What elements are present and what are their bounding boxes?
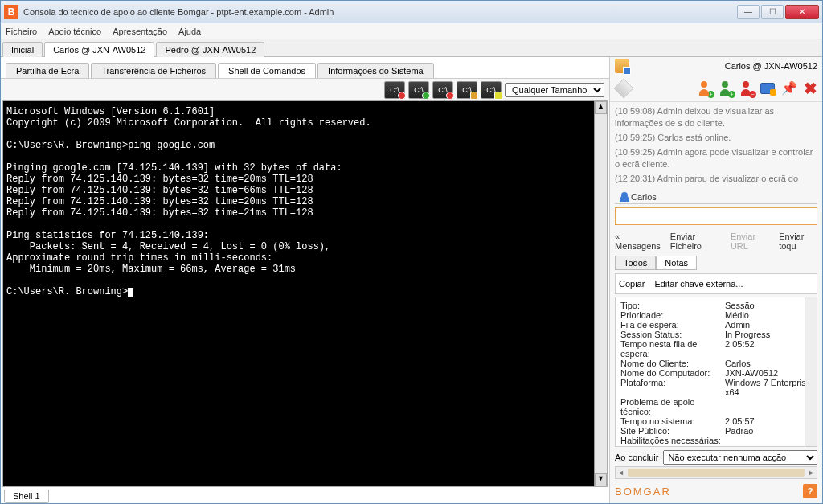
tab-inicial[interactable]: Inicial <box>2 42 43 57</box>
details-scrollbar[interactable] <box>805 297 817 446</box>
remote-desktop-icon[interactable] <box>760 83 775 94</box>
detail-key: Tipo: <box>620 301 725 310</box>
detail-value <box>725 436 812 445</box>
detail-row: Nome do Cliente:Carlos <box>620 359 812 368</box>
detail-key: Site Público: <box>620 426 725 436</box>
detail-row: Tipo:Sessão <box>620 301 812 310</box>
subtab-all[interactable]: Todos <box>615 256 656 270</box>
detail-key: Tempo no sistema: <box>620 416 725 426</box>
log-entry: (10:59:25) Admin agora pode visualizar e… <box>615 146 817 170</box>
detail-row: Nome do Computador:JXN-AW0512 <box>620 368 812 378</box>
shell-capture-icon[interactable]: C:\ <box>457 81 477 99</box>
detail-value: Admin <box>725 320 812 330</box>
terminal-scrollbar[interactable]: ▲▼ <box>594 101 607 486</box>
terminal-output[interactable]: Microsoft Windows [Version 6.1.7601] Cop… <box>3 101 594 486</box>
right-pane: Carlos @ JXN-AW0512 + + − 📌 ✖ (10:59:08)… <box>610 57 822 503</box>
maximize-button[interactable]: ☐ <box>761 5 784 19</box>
menu-presentation[interactable]: Apresentação <box>113 27 167 36</box>
log-entry: (12:20:31) Admin parou de visualizar o e… <box>615 173 817 187</box>
close-button[interactable]: ✕ <box>785 5 819 19</box>
tab-carlos[interactable]: Carlos @ JXN-AW0512 <box>44 42 154 57</box>
activity-log: (10:59:08) Admin deixou de visualizar as… <box>610 102 822 187</box>
chat-send-touch[interactable]: Enviar toqu <box>779 232 817 251</box>
left-pane: Partilha de Ecrã Transferência de Fichei… <box>1 57 610 503</box>
h-scrollbar[interactable]: ◄► <box>615 466 817 479</box>
detail-key: Fila de espera: <box>620 320 725 330</box>
menubar: Ficheiro Apoio técnico Apresentação Ajud… <box>1 23 822 39</box>
tab-commandshell[interactable]: Shell de Comandos <box>218 63 316 78</box>
tab-filetransfer[interactable]: Transferência de Ficheiros <box>91 63 216 78</box>
subtab-notes[interactable]: Notas <box>656 256 697 270</box>
detail-key: Problema de apoio técnico: <box>620 397 725 416</box>
notes-copy[interactable]: Copiar <box>619 279 645 289</box>
transfer-rep-icon[interactable]: + <box>698 81 712 96</box>
detail-value: Windows 7 Enterprise x64 <box>725 378 812 397</box>
menu-support[interactable]: Apoio técnico <box>48 27 101 36</box>
detail-row: Prioridade:Médio <box>620 310 812 320</box>
brand-logo: BOMGAR <box>615 486 671 498</box>
detail-value: Carlos <box>725 359 812 368</box>
detail-value: Médio <box>725 310 812 320</box>
chat-actions: « Mensagens Enviar Ficheiro Enviar URL E… <box>610 230 822 252</box>
notes-edit-key[interactable]: Editar chave externa... <box>654 279 743 289</box>
menu-file[interactable]: Ficheiro <box>6 27 37 36</box>
session-details: Tipo:SessãoPrioridade:MédioFila de esper… <box>615 297 817 447</box>
detail-value: 2:05:57 <box>725 416 812 426</box>
tool-tabs: Partilha de Ecrã Transferência de Fichei… <box>1 57 609 78</box>
session-label: Carlos @ JXN-AW0512 <box>725 61 817 71</box>
help-icon[interactable]: ? <box>803 484 817 498</box>
detail-row: Plataforma:Windows 7 Enterprise x64 <box>620 378 812 397</box>
chat-user-row[interactable]: Carlos <box>615 191 817 204</box>
detail-value: 2:05:52 <box>725 339 812 359</box>
detail-value: JXN-AW0512 <box>725 368 812 378</box>
detail-value: In Progress <box>725 330 812 339</box>
shell-stop-icon[interactable]: C:\ <box>384 81 405 99</box>
remove-rep-icon[interactable]: − <box>739 81 754 96</box>
app-icon: B <box>4 5 18 19</box>
shell-record-icon[interactable]: C:\ <box>481 81 502 99</box>
command-toolbar: C:\ C:\ C:\ C:\ C:\ Qualquer Tamanho <box>1 78 609 100</box>
size-select[interactable]: Qualquer Tamanho <box>505 83 604 97</box>
chat-user-name: Carlos <box>631 192 657 202</box>
conclude-select[interactable]: Não executar nenhuma acção <box>663 450 817 465</box>
detail-key: Plataforma: <box>620 378 725 397</box>
detail-value: Padrão <box>725 426 812 436</box>
detail-row: Tempo no sistema:2:05:57 <box>620 416 812 426</box>
detail-row: Session Status:In Progress <box>620 330 812 339</box>
chat-send-file[interactable]: Enviar Ficheiro <box>670 232 721 251</box>
detail-key: Nome do Computador: <box>620 368 725 378</box>
detail-value <box>725 397 812 416</box>
detail-key: Habilitações necessárias: <box>620 436 725 445</box>
session-tabs: Inicial Carlos @ JXN-AW0512 Pedro @ JXN-… <box>1 39 822 57</box>
detail-row: Problema de apoio técnico: <box>620 397 812 416</box>
user-icon <box>618 192 628 202</box>
shell-new-icon[interactable]: C:\ <box>408 81 429 99</box>
tab-sysinfo[interactable]: Informações do Sistema <box>317 63 434 78</box>
detail-row: Site Público:Padrão <box>620 426 812 436</box>
chat-send-url: Enviar URL <box>731 232 769 251</box>
pin-icon[interactable]: 📌 <box>781 80 797 96</box>
end-session-icon[interactable]: ✖ <box>804 79 817 98</box>
menu-help[interactable]: Ajuda <box>178 27 201 36</box>
elevate-icon[interactable] <box>614 78 634 98</box>
share-rep-icon[interactable]: + <box>719 81 733 96</box>
tab-screenshare[interactable]: Partilha de Ecrã <box>6 63 89 78</box>
shell-remove-icon[interactable]: C:\ <box>432 81 453 99</box>
log-entry: (10:59:25) Carlos está online. <box>615 132 817 144</box>
chat-prev-messages[interactable]: « Mensagens <box>615 232 661 251</box>
titlebar: B Consola do técnico de apoio ao cliente… <box>1 1 822 23</box>
chat-input[interactable] <box>615 207 817 225</box>
detail-row: Idioma:Português (Portugal) <box>620 445 812 447</box>
detail-value: Sessão <box>725 301 812 310</box>
detail-value: Português (Portugal) <box>725 445 812 447</box>
detail-key: Session Status: <box>620 330 725 339</box>
detail-key: Nome do Cliente: <box>620 359 725 368</box>
shell-tab-1[interactable]: Shell 1 <box>4 490 49 503</box>
minimize-button[interactable]: — <box>737 5 760 19</box>
detail-row: Tempo nesta fila de espera:2:05:52 <box>620 339 812 359</box>
window-title: Consola do técnico de apoio ao cliente B… <box>23 7 737 17</box>
detail-row: Habilitações necessárias: <box>620 436 812 445</box>
tab-pedro[interactable]: Pedro @ JXN-AW0512 <box>156 42 264 57</box>
detail-key: Prioridade: <box>620 310 725 320</box>
detail-key: Tempo nesta fila de espera: <box>620 339 725 359</box>
